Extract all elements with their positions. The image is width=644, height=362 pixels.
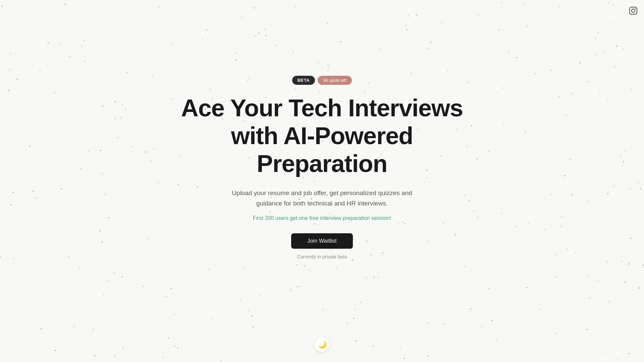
hero-headline: Ace Your Tech Interviews with AI-Powered… — [171, 94, 473, 177]
instagram-icon[interactable] — [629, 7, 637, 16]
moon-icon: 🌙 — [318, 340, 327, 349]
main-content: BETA 96 spots left Ace Your Tech Intervi… — [0, 0, 644, 362]
beta-badge: BETA — [292, 76, 315, 85]
spots-badge: 96 spots left — [318, 76, 352, 85]
hero-subtext: Upload your resume and job offer, get pe… — [228, 188, 416, 208]
badges-row: BETA 96 spots left — [292, 76, 352, 85]
moon-toggle-button[interactable]: 🌙 — [315, 337, 329, 352]
beta-note: Currently in private beta — [297, 254, 347, 259]
join-waitlist-button[interactable]: Join Waitlist — [291, 233, 353, 249]
promo-text: First 200 users get one free interview p… — [253, 215, 391, 221]
